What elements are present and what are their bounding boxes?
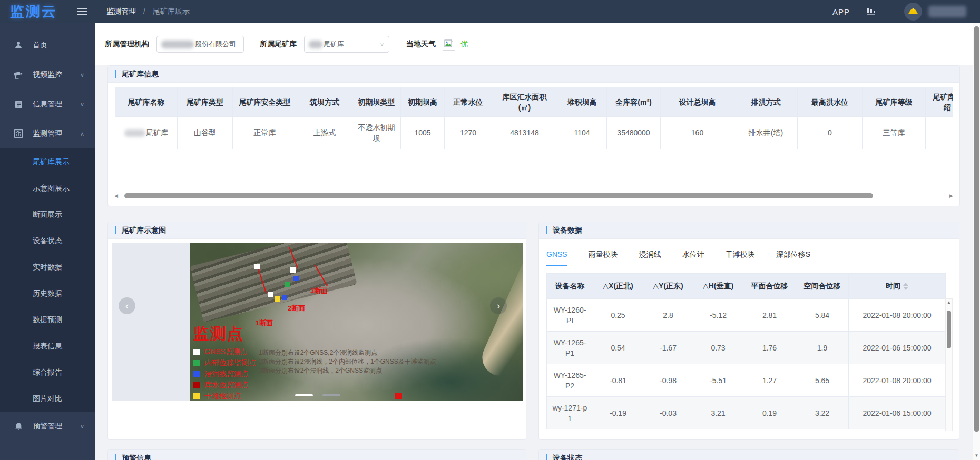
cell: 1005 xyxy=(401,117,445,149)
sidebar-item-data-forecast[interactable]: 数据预测 xyxy=(0,306,95,333)
column-header-sortable[interactable]: 时间 xyxy=(849,274,946,299)
pond-label: 所属尾矿库 xyxy=(260,39,297,49)
device-tabs: GNSS 雨量模块 浸润线 水位计 干滩模块 深部位移S xyxy=(546,245,952,266)
device-row: WY-1260-PI 0.25 2.8 -5.12 2.81 5.84 2022… xyxy=(547,299,946,332)
carousel-prev-button[interactable]: ‹ xyxy=(119,297,135,314)
org-input[interactable]: 股份有限公司 xyxy=(156,36,244,53)
carousel-next-button[interactable]: › xyxy=(490,297,507,314)
vertical-scrollbar[interactable]: ▲ xyxy=(945,298,953,431)
cell: 5.65 xyxy=(796,364,849,397)
scrollbar-thumb[interactable] xyxy=(124,193,874,198)
column-header: 尾矿库等级 xyxy=(863,87,926,117)
cell: -0.81 xyxy=(593,364,643,397)
weather-label: 当地天气 xyxy=(406,39,436,49)
cell: 160 xyxy=(661,117,734,149)
cell: -5.12 xyxy=(693,299,743,332)
device-table: 设备名称 △X(正北) △Y(正东) △H(垂直) 平面合位移 空间合位移 时间… xyxy=(546,273,946,429)
sidebar-item-device-status[interactable]: 设备状态 xyxy=(0,227,95,254)
sidebar-item-realtime-data[interactable]: 实时数据 xyxy=(0,254,95,280)
map-road xyxy=(476,247,523,382)
cell: -0.03 xyxy=(643,397,693,429)
cell: 0.73 xyxy=(693,332,743,364)
breadcrumb-section[interactable]: 监测管理 xyxy=(106,7,136,15)
cell: -0.19 xyxy=(593,397,643,429)
page-scrollbar-thumb[interactable] xyxy=(974,26,979,432)
cell: 三等库 xyxy=(863,117,926,149)
cell: 1.9 xyxy=(796,332,849,364)
sort-caret-icon[interactable] xyxy=(903,283,908,290)
sidebar-item-home[interactable]: 首页 xyxy=(0,31,95,60)
schematic-panel: 尾矿库示意图 1断面 2断面 3断面 xyxy=(107,222,526,440)
page-scrollbar[interactable]: ▼ xyxy=(973,23,980,460)
monitor-submenu: 尾矿库展示 示意图展示 断面展示 设备状态 实时数据 历史数据 数据预测 报表信… xyxy=(0,148,95,412)
column-header: 库区汇水面积(㎡) xyxy=(492,87,557,117)
column-header: 堆积坝高 xyxy=(557,87,607,117)
column-header: 设计总坝高 xyxy=(661,87,734,117)
tab-dry-beach[interactable]: 干滩模块 xyxy=(726,245,755,266)
chevron-down-icon: ∨ xyxy=(80,72,84,78)
tab-deep-displacement[interactable]: 深部位移S xyxy=(776,245,810,266)
scroll-up-arrow-icon[interactable]: ▲ xyxy=(946,299,952,306)
tab-saturation[interactable]: 浸润线 xyxy=(639,245,661,266)
sidebar-item-label: 视频监控 xyxy=(33,70,62,79)
sidebar-item-section-display[interactable]: 断面展示 xyxy=(0,201,95,227)
sidebar-item-video[interactable]: 视频监控 ∨ xyxy=(0,60,95,89)
org-visible-text: 股份有限公司 xyxy=(195,39,236,49)
menu-toggle-icon[interactable] xyxy=(77,8,87,15)
carousel-indicator-active[interactable] xyxy=(295,394,313,396)
scroll-down-arrow-icon[interactable]: ▼ xyxy=(973,453,980,458)
alert-info-panel: 预警信息 xyxy=(107,449,526,460)
home-icon xyxy=(14,41,23,50)
column-header: 设备名称 xyxy=(547,274,593,299)
scrollbar-thumb[interactable] xyxy=(947,311,951,348)
app-link[interactable]: APP xyxy=(832,7,850,16)
sidebar-item-comprehensive-report[interactable]: 综合报告 xyxy=(0,359,95,385)
chevron-up-icon: ∧ xyxy=(80,131,84,137)
section-label: 1断面 xyxy=(256,318,273,328)
cell: 1104 xyxy=(557,117,607,149)
column-header: 初期坝高 xyxy=(401,87,445,117)
scrollbar-track[interactable] xyxy=(122,193,945,198)
sidebar-item-report-info[interactable]: 报表信息 xyxy=(0,333,95,359)
section-label: 2断面 xyxy=(288,304,305,313)
sidebar-item-info[interactable]: 信息管理 ∨ xyxy=(0,89,95,119)
section-label: 3断面 xyxy=(310,286,328,296)
gnss-marker xyxy=(254,264,260,269)
internal-displacement-marker xyxy=(285,282,290,287)
horizontal-scrollbar: ◀ ▶ xyxy=(114,192,953,199)
helmet-icon[interactable] xyxy=(904,3,922,21)
sidebar-item-alert[interactable]: 预警管理 ∨ xyxy=(0,412,95,441)
annotation-line: 3断面分别布设2个浸润线，2个GNSS监测点 xyxy=(259,366,436,375)
dry-beach-marker xyxy=(275,296,280,302)
user-name-blurred[interactable] xyxy=(928,6,966,17)
sidebar-item-monitor[interactable]: 监测管理 ∧ xyxy=(0,119,95,148)
pond-table-viewport: 尾矿库名称 尾矿库类型 尾矿库安全类型 筑坝方式 初期坝类型 初期坝高 正常水位… xyxy=(115,87,953,151)
sidebar-item-schematic-display[interactable]: 示意图展示 xyxy=(0,175,95,201)
sidebar-item-pond-display[interactable]: 尾矿库展示 xyxy=(0,148,95,175)
cell-device-name: WY-1260-PI xyxy=(547,299,593,332)
column-header: 尾矿库介绍 xyxy=(926,87,953,117)
pond-select[interactable]: 尾矿库 ∨ xyxy=(304,36,389,53)
column-header: 最高洪水位 xyxy=(798,87,863,117)
cell-time: 2022-01-06 15:00:00 xyxy=(849,397,946,429)
column-header: 尾矿库名称 xyxy=(115,87,178,117)
sidebar-item-history-data[interactable]: 历史数据 xyxy=(0,280,95,306)
carousel-indicator[interactable] xyxy=(322,394,340,396)
legend-swatch-gnss xyxy=(193,349,200,355)
device-table-wrap: 设备名称 △X(正北) △Y(正东) △H(垂直) 平面合位移 空间合位移 时间… xyxy=(546,273,946,429)
scroll-left-arrow-icon[interactable]: ◀ xyxy=(114,192,118,199)
tab-gnss[interactable]: GNSS xyxy=(546,245,567,266)
cell: 0.25 xyxy=(593,299,643,332)
panel-title: 设备数据 xyxy=(553,226,582,235)
sidebar-item-image-compare[interactable]: 图片对比 xyxy=(0,385,95,412)
scroll-right-arrow-icon[interactable]: ▶ xyxy=(949,192,953,199)
chart-icon[interactable] xyxy=(867,6,876,17)
column-header: 平面合位移 xyxy=(743,274,796,299)
device-table-header-row: 设备名称 △X(正北) △Y(正东) △H(垂直) 平面合位移 空间合位移 时间 xyxy=(547,274,946,299)
device-row: wy-1271-p1 -0.19 -0.03 3.21 0.19 3.22 20… xyxy=(547,397,946,429)
tab-water-level[interactable]: 水位计 xyxy=(682,245,704,266)
chevron-down-icon: ∨ xyxy=(80,423,84,430)
tab-rainfall[interactable]: 雨量模块 xyxy=(589,245,618,266)
satellite-image[interactable]: 1断面 2断面 3断面 监测点 GNSS监测点 内部位移监测点 浸润线监测点 库… xyxy=(190,243,523,401)
cell: -1.67 xyxy=(643,332,693,364)
